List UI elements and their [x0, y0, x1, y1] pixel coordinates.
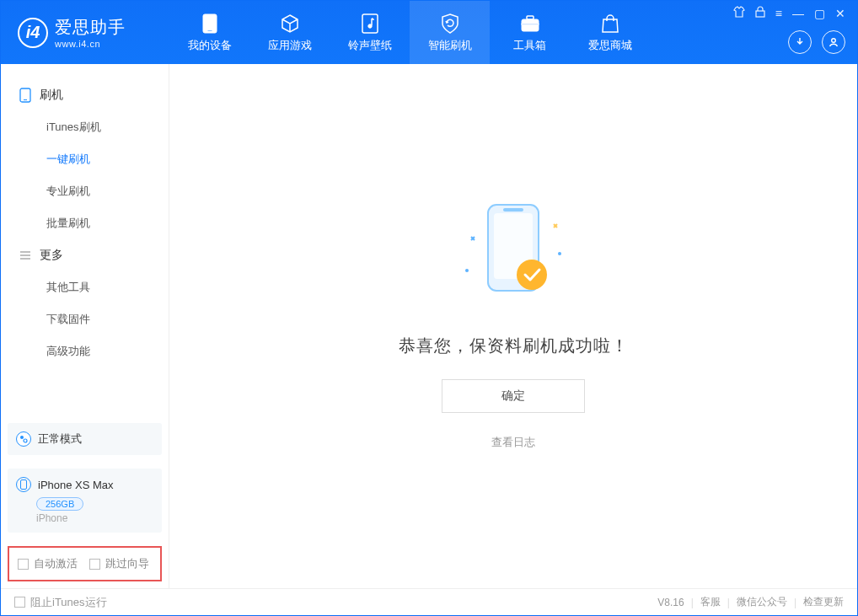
checkbox-label: 跳过向导	[105, 556, 149, 571]
support-link[interactable]: 客服	[700, 595, 721, 609]
body: 刷机 iTunes刷机 一键刷机 专业刷机 批量刷机 更多 其他工具 下载固件 …	[1, 64, 857, 588]
svg-rect-7	[756, 11, 764, 17]
svg-rect-13	[21, 480, 27, 490]
close-button[interactable]: ✕	[835, 7, 845, 20]
device-type: iPhone	[36, 512, 153, 524]
app-url: www.i4.cn	[55, 39, 126, 49]
success-title: 恭喜您，保资料刷机成功啦！	[399, 335, 629, 357]
version-label: V8.16	[657, 597, 684, 608]
phone-outline-icon	[19, 88, 31, 103]
main-nav: 我的设备 应用游戏 铃声壁纸 智能刷机 工具箱 爱思商城	[169, 1, 650, 64]
nav-flash[interactable]: 智能刷机	[410, 1, 490, 64]
app-name: 爱思助手	[55, 16, 126, 39]
menu-icon[interactable]: ≡	[775, 7, 782, 20]
checkbox-icon	[89, 559, 100, 570]
mode-label: 正常模式	[38, 431, 82, 447]
nav-label: 铃声壁纸	[348, 38, 392, 53]
svg-point-18	[465, 269, 469, 272]
logo-icon: i4	[18, 18, 48, 48]
flash-options-highlighted: 自动激活 跳过向导	[8, 546, 162, 581]
logo-text-block: 爱思助手 www.i4.cn	[55, 16, 126, 49]
block-itunes-checkbox[interactable]: 阻止iTunes运行	[14, 595, 107, 610]
wechat-link[interactable]: 微信公众号	[737, 595, 787, 609]
nav-apps[interactable]: 应用游戏	[249, 1, 330, 64]
view-log-link[interactable]: 查看日志	[491, 435, 535, 450]
device-phone-icon	[16, 477, 31, 492]
sidebar-item-other-tools[interactable]: 其他工具	[1, 271, 169, 303]
sidebar: 刷机 iTunes刷机 一键刷机 专业刷机 批量刷机 更多 其他工具 下载固件 …	[1, 64, 169, 588]
main-content: 恭喜您，保资料刷机成功啦！ 确定 查看日志	[169, 64, 857, 588]
separator: |	[794, 597, 796, 608]
checkbox-label: 自动激活	[34, 556, 78, 571]
mode-icon	[16, 431, 31, 447]
lock-icon[interactable]	[755, 6, 765, 20]
nav-toolbox[interactable]: 工具箱	[490, 1, 570, 64]
checkbox-icon	[14, 597, 25, 608]
svg-point-8	[832, 39, 836, 43]
nav-store[interactable]: 爱思商城	[570, 1, 650, 64]
nav-label: 我的设备	[188, 38, 232, 53]
briefcase-icon	[519, 13, 541, 35]
nav-label: 智能刷机	[428, 38, 472, 53]
nav-ringtone[interactable]: 铃声壁纸	[330, 1, 410, 64]
device-name: iPhone XS Max	[38, 479, 114, 491]
minimize-button[interactable]: —	[792, 7, 804, 20]
auto-activate-checkbox[interactable]: 自动激活	[18, 556, 78, 571]
sidebar-section-flash: 刷机	[1, 79, 169, 111]
skip-wizard-checkbox[interactable]: 跳过向导	[89, 556, 149, 571]
nav-my-device[interactable]: 我的设备	[169, 1, 249, 64]
header: i4 爱思助手 www.i4.cn 我的设备 应用游戏 铃声壁纸 智能刷机 工具…	[1, 1, 857, 64]
svg-point-11	[20, 436, 24, 439]
svg-rect-6	[522, 24, 539, 24]
confirm-button[interactable]: 确定	[442, 379, 585, 413]
section-label: 更多	[40, 248, 63, 263]
check-update-link[interactable]: 检查更新	[803, 595, 844, 609]
svg-point-17	[517, 260, 547, 290]
svg-rect-2	[362, 14, 378, 33]
svg-rect-16	[503, 208, 523, 212]
section-label: 刷机	[40, 88, 63, 103]
window-controls: ≡ — ▢ ✕	[733, 6, 845, 20]
svg-rect-1	[207, 30, 212, 32]
checkbox-icon	[18, 559, 29, 570]
logo[interactable]: i4 爱思助手 www.i4.cn	[1, 16, 169, 49]
svg-rect-5	[527, 16, 534, 19]
separator: |	[727, 597, 730, 608]
svg-rect-10	[24, 99, 27, 100]
svg-point-19	[558, 252, 561, 255]
sidebar-item-oneclick-flash[interactable]: 一键刷机	[1, 143, 169, 175]
separator: |	[691, 597, 694, 608]
status-bar: 阻止iTunes运行 V8.16 | 客服 | 微信公众号 | 检查更新	[1, 588, 857, 615]
bag-icon	[599, 13, 621, 35]
device-storage: 256GB	[36, 497, 83, 511]
nav-label: 工具箱	[513, 38, 546, 53]
sidebar-item-itunes-flash[interactable]: iTunes刷机	[1, 111, 169, 143]
header-right: ≡ — ▢ ✕	[733, 1, 845, 64]
shield-sync-icon	[439, 13, 461, 35]
success-illustration	[458, 203, 568, 313]
sidebar-item-advanced[interactable]: 高级功能	[1, 335, 169, 367]
device-box[interactable]: iPhone XS Max 256GB iPhone	[8, 469, 162, 533]
user-button[interactable]	[822, 30, 845, 54]
shirt-icon[interactable]	[733, 6, 745, 20]
list-icon	[19, 249, 31, 261]
maximize-button[interactable]: ▢	[814, 7, 825, 20]
checkbox-label: 阻止iTunes运行	[30, 595, 107, 610]
sidebar-item-batch-flash[interactable]: 批量刷机	[1, 207, 169, 239]
download-button[interactable]	[788, 30, 812, 54]
svg-point-3	[367, 24, 371, 27]
music-icon	[359, 13, 381, 35]
phone-icon	[199, 13, 221, 35]
svg-rect-4	[522, 19, 539, 31]
nav-label: 应用游戏	[268, 38, 312, 53]
sidebar-section-more: 更多	[1, 239, 169, 271]
svg-point-12	[24, 439, 27, 442]
sidebar-item-pro-flash[interactable]: 专业刷机	[1, 175, 169, 207]
nav-label: 爱思商城	[588, 38, 632, 53]
sidebar-item-download-firmware[interactable]: 下载固件	[1, 303, 169, 335]
mode-box[interactable]: 正常模式	[8, 423, 162, 455]
cube-icon	[279, 13, 301, 35]
